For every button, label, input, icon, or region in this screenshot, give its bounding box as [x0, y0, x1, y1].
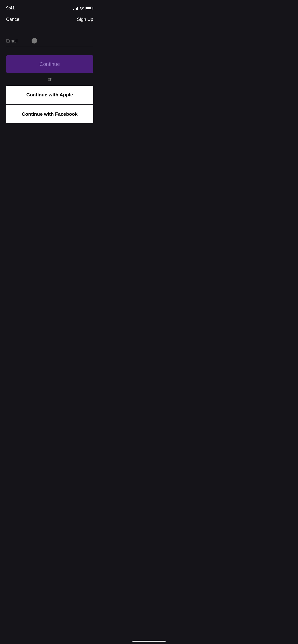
- email-field-container: [6, 36, 93, 47]
- nav-bar: Cancel Sign Up: [0, 14, 99, 25]
- main-content: Continue or Continue with Apple Continue…: [0, 25, 99, 123]
- continue-with-facebook-button[interactable]: Continue with Facebook: [6, 105, 93, 123]
- signal-icon: [73, 6, 78, 10]
- signup-button[interactable]: Sign Up: [77, 17, 93, 22]
- email-input[interactable]: [6, 36, 93, 47]
- battery-icon: [86, 7, 93, 10]
- status-icons: [73, 6, 93, 10]
- continue-with-apple-button[interactable]: Continue with Apple: [6, 86, 93, 104]
- status-time: 9:41: [6, 6, 15, 11]
- continue-button[interactable]: Continue: [6, 55, 93, 73]
- status-bar: 9:41: [0, 0, 99, 13]
- wifi-icon: [79, 6, 84, 10]
- or-divider: or: [6, 77, 93, 82]
- cancel-button[interactable]: Cancel: [6, 17, 20, 22]
